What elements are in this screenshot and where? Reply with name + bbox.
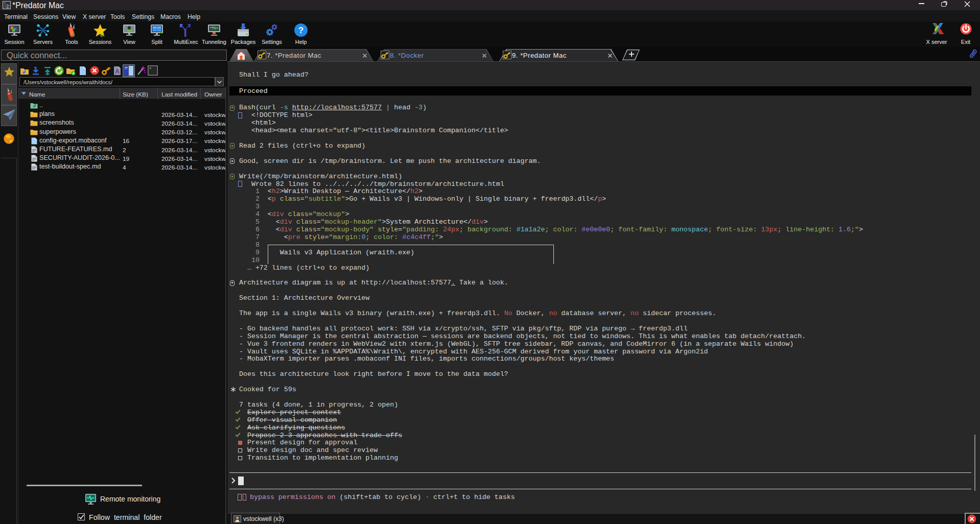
svg-text:>: > <box>149 66 151 70</box>
svg-text:A: A <box>115 68 120 75</box>
svg-text:?: ? <box>298 26 304 35</box>
